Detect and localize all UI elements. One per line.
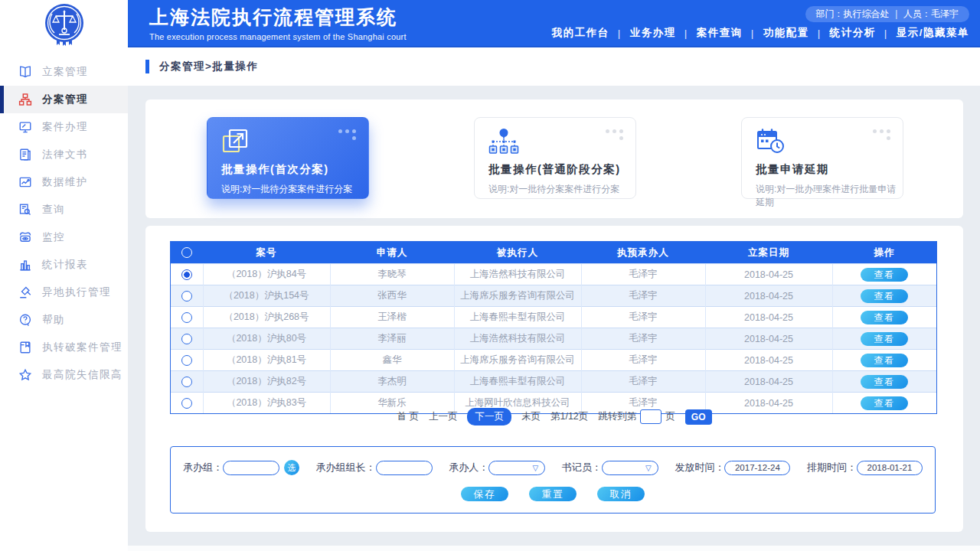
nav-item-5[interactable]: 统计分析 bbox=[830, 26, 876, 40]
content-area: 批量操作(首次分案) 说明:对一批待分案案件进行分案 bbox=[128, 86, 980, 546]
nav-separator: | bbox=[618, 28, 622, 39]
cell-undertaker: 毛泽宇 bbox=[581, 328, 705, 350]
sidebar-item-label: 法律文书 bbox=[42, 148, 88, 161]
nav-item-6[interactable]: 显示/隐藏菜单 bbox=[897, 26, 969, 40]
col-action: 操作 bbox=[832, 242, 936, 264]
prev-page-link[interactable]: 上一页 bbox=[429, 410, 458, 423]
next-page-button[interactable]: 下一页 bbox=[467, 408, 511, 425]
dropdown-arrow-icon: ▽ bbox=[532, 462, 538, 474]
cell-applicant: 李杰明 bbox=[330, 371, 454, 393]
sidebar-item-8[interactable]: 统计报表 bbox=[0, 251, 128, 279]
monitor-icon bbox=[18, 120, 32, 134]
cell-applicant: 鑫华 bbox=[330, 350, 454, 371]
nav-item-1[interactable]: 我的工作台 bbox=[552, 26, 609, 40]
table-panel: 案号 申请人 被执行人 执预承办人 立案日期 操作 （2018）沪执84号李晓琴… bbox=[145, 226, 963, 532]
sidebar-item-6[interactable]: 查询 bbox=[0, 196, 128, 223]
card-batch-stage-assign[interactable]: 批量操作(普通阶段分案) 说明:对一批待分案案件进行分案 bbox=[474, 117, 636, 199]
cancel-button[interactable]: 取消 bbox=[597, 487, 645, 501]
reset-button[interactable]: 重置 bbox=[529, 487, 577, 501]
card-desc: 说明:对一批办理案件进行批量申请延期 bbox=[756, 183, 903, 209]
nav-separator: | bbox=[884, 28, 888, 39]
cell-filing-date: 2018-04-25 bbox=[705, 307, 832, 328]
cell-case-number: （2018）沪执82号 bbox=[203, 371, 330, 393]
row-radio[interactable] bbox=[181, 398, 192, 409]
row-radio[interactable] bbox=[181, 377, 192, 387]
view-button[interactable]: 查看 bbox=[861, 332, 908, 346]
sidebar-item-label: 立案管理 bbox=[42, 65, 88, 79]
sidebar-item-2[interactable]: 分案管理 bbox=[0, 86, 128, 113]
sidebar-item-5[interactable]: 数据维护 bbox=[0, 168, 128, 196]
schedule-date-input[interactable]: 2018-01-21 bbox=[857, 461, 923, 475]
nav-item-2[interactable]: 业务办理 bbox=[630, 26, 676, 40]
view-button[interactable]: 查看 bbox=[861, 289, 908, 303]
user-info-badge: 部门：执行综合处 ｜ 人员：毛泽宇 bbox=[805, 6, 969, 22]
sidebar-item-label: 最高院失信限高 bbox=[42, 368, 122, 382]
group-input[interactable] bbox=[223, 461, 279, 475]
last-page-link[interactable]: 末页 bbox=[521, 410, 541, 423]
cards-panel: 批量操作(首次分案) 说明:对一批待分案案件进行分案 bbox=[145, 99, 963, 218]
sidebar-item-1[interactable]: 立案管理 bbox=[0, 58, 128, 86]
sidebar-item-10[interactable]: 帮助 bbox=[0, 306, 128, 334]
cell-filing-date: 2018-04-25 bbox=[705, 328, 832, 350]
sidebar-item-11[interactable]: 执转破案件管理 bbox=[0, 334, 128, 361]
save-button[interactable]: 保存 bbox=[461, 487, 508, 501]
row-radio[interactable] bbox=[181, 291, 192, 302]
sidebar-item-9[interactable]: 异地执行管理 bbox=[0, 279, 128, 306]
pick-group-button[interactable]: 选 bbox=[284, 460, 299, 475]
cell-executee: 上海席乐服务咨询有限公司 bbox=[454, 285, 581, 307]
col-filing-date: 立案日期 bbox=[705, 242, 832, 264]
col-executee: 被执行人 bbox=[454, 242, 581, 264]
jump-prefix-label: 跳转到第 bbox=[598, 410, 636, 423]
col-case-number: 案号 bbox=[203, 242, 330, 264]
sidebar-item-4[interactable]: 法律文书 bbox=[0, 141, 128, 168]
card-batch-extension[interactable]: 批量申请延期 说明:对一批办理案件进行批量申请延期 bbox=[741, 117, 903, 199]
calendar-clock-icon bbox=[756, 128, 786, 155]
star-icon bbox=[18, 368, 32, 382]
cell-executee: 上海浩然科技有限公司 bbox=[454, 264, 581, 285]
view-button[interactable]: 查看 bbox=[861, 375, 908, 389]
nav-item-4[interactable]: 功能配置 bbox=[763, 26, 809, 40]
cell-applicant: 李泽丽 bbox=[330, 328, 454, 350]
sidebar-item-label: 异地执行管理 bbox=[42, 285, 111, 299]
card-dots-icon bbox=[873, 129, 890, 140]
row-radio[interactable] bbox=[181, 269, 192, 280]
sidebar-item-7[interactable]: 监控 bbox=[0, 223, 128, 251]
book-icon bbox=[18, 65, 32, 79]
jump-page-input[interactable] bbox=[640, 409, 662, 424]
cell-executee: 上海春熙丰型有限公司 bbox=[454, 371, 581, 393]
first-page-link[interactable]: 首 页 bbox=[397, 410, 419, 423]
sidebar-item-12[interactable]: 最高院失信限高 bbox=[0, 361, 128, 389]
page-info: 第1/12页 bbox=[550, 410, 588, 423]
view-button[interactable]: 查看 bbox=[861, 354, 908, 367]
card-batch-first-assign[interactable]: 批量操作(首次分案) 说明:对一批待分案案件进行分案 bbox=[207, 117, 369, 199]
cell-filing-date: 2018-04-25 bbox=[705, 371, 832, 393]
nav-item-3[interactable]: 案件查询 bbox=[697, 26, 743, 40]
clerk-select[interactable]: ▽ bbox=[602, 461, 658, 475]
bottom-strip bbox=[128, 546, 980, 551]
sidebar-menu: 立案管理分案管理案件办理法律文书数据维护查询监控统计报表异地执行管理帮助执转破案… bbox=[0, 49, 128, 389]
breadcrumb-bar: 分案管理>批量操作 bbox=[128, 47, 980, 86]
court-logo bbox=[0, 0, 128, 49]
row-radio[interactable] bbox=[181, 334, 192, 344]
sidebar-item-3[interactable]: 案件办理 bbox=[0, 113, 128, 141]
view-button[interactable]: 查看 bbox=[861, 268, 908, 282]
row-radio[interactable] bbox=[181, 312, 192, 323]
sidebar-item-label: 执转破案件管理 bbox=[42, 341, 122, 354]
go-button[interactable]: GO bbox=[685, 409, 712, 425]
issue-date-input[interactable]: 2017-12-24 bbox=[724, 461, 790, 475]
card-dots-icon bbox=[606, 129, 623, 140]
group-leader-input[interactable] bbox=[376, 461, 433, 475]
table-row: （2018）沪执154号张西华上海席乐服务咨询有限公司毛泽宇2018-04-25… bbox=[171, 285, 936, 307]
document-icon bbox=[18, 148, 32, 161]
table-row: （2018）沪执81号鑫华上海席乐服务咨询有限公司毛泽宇2018-04-25查看 bbox=[171, 350, 936, 371]
search-doc-icon bbox=[18, 203, 32, 217]
undertaker-select[interactable]: ▽ bbox=[488, 461, 545, 475]
cell-case-number: （2018）沪执80号 bbox=[203, 328, 330, 350]
cell-case-number: （2018）沪执81号 bbox=[203, 350, 330, 371]
cell-applicant: 李晓琴 bbox=[330, 264, 454, 285]
sidebar-item-label: 监控 bbox=[42, 230, 65, 244]
view-button[interactable]: 查看 bbox=[861, 311, 908, 324]
row-radio[interactable] bbox=[181, 355, 192, 366]
select-all-radio[interactable] bbox=[181, 247, 192, 258]
nav-separator: | bbox=[818, 28, 822, 39]
